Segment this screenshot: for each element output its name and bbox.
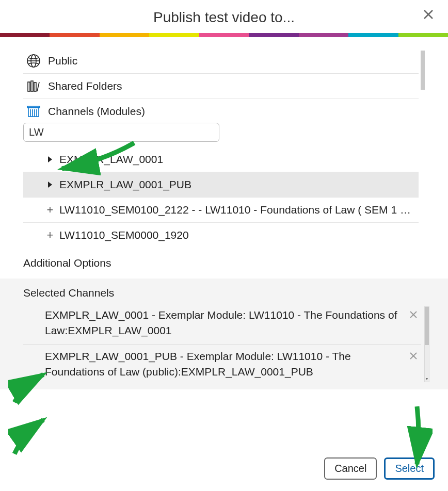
close-button[interactable] [421, 7, 436, 22]
tree-item-1[interactable]: EXMPLR_LAW_0001_PUB [23, 172, 419, 198]
folder-public[interactable]: Public [23, 48, 419, 74]
selected-item-1: EXMPLR_LAW_0001_PUB - Exemplar Module: L… [23, 345, 421, 385]
publish-modal: Publish test video to... Public Shared F… [0, 0, 448, 491]
tree-item-label: LW11010_SEM0100_2122 - - LW11010 - Found… [59, 204, 414, 216]
modal-header: Publish test video to... [0, 0, 448, 33]
folder-public-label: Public [48, 55, 77, 67]
svg-rect-7 [34, 83, 36, 91]
additional-options[interactable]: Additional Options [23, 248, 425, 275]
library-icon [25, 79, 42, 93]
globe-icon [25, 54, 42, 68]
tree-item-label: EXMPLR_LAW_0001 [59, 153, 163, 166]
close-icon [422, 8, 435, 21]
selected-item-label: EXMPLR_LAW_0001_PUB - Exemplar Module: L… [45, 349, 403, 380]
modal-title: Publish test video to... [0, 9, 448, 26]
svg-rect-6 [31, 81, 33, 91]
selected-channels-title: Selected Channels [23, 287, 429, 299]
modal-footer: Cancel Select [0, 448, 448, 491]
cancel-button[interactable]: Cancel [324, 457, 377, 480]
tree-item-3[interactable]: + LW11010_SEM0000_1920 [23, 223, 419, 248]
folder-shared[interactable]: Shared Folders [23, 74, 419, 99]
tree-item-2[interactable]: + LW11010_SEM0100_2122 - - LW11010 - Fou… [23, 198, 419, 223]
close-icon [409, 352, 418, 360]
remove-selected-button[interactable] [408, 350, 419, 362]
folder-channels[interactable]: Channels (Modules) [23, 99, 419, 122]
selected-channels-list: ▾ EXMPLR_LAW_0001 - Exemplar Module: LW1… [23, 303, 429, 385]
selected-item-label: EXMPLR_LAW_0001 - Exemplar Module: LW110… [45, 307, 403, 339]
close-icon [409, 310, 418, 319]
search-wrap [23, 122, 419, 145]
select-button[interactable]: Select [384, 457, 435, 480]
folder-channels-label: Channels (Modules) [48, 105, 145, 118]
selected-channels-section: Selected Channels ▾ EXMPLR_LAW_0001 - Ex… [0, 279, 448, 389]
scrollbar[interactable] [421, 51, 425, 90]
chevron-right-icon [46, 181, 54, 189]
tree-item-label: LW11010_SEM0000_1920 [59, 229, 189, 241]
selected-item-0: EXMPLR_LAW_0001 - Exemplar Module: LW110… [23, 303, 421, 345]
remove-selected-button[interactable] [408, 309, 419, 320]
chevron-right-icon [46, 155, 54, 163]
folder-list: Public Shared Folders Channels (Modules) [23, 48, 425, 248]
svg-line-8 [37, 82, 39, 91]
plus-icon: + [46, 206, 54, 214]
tree-item-0[interactable]: EXMPLR_LAW_0001 [23, 147, 419, 172]
selected-scrollbar[interactable]: ▾ [424, 306, 429, 382]
svg-rect-5 [28, 82, 30, 91]
svg-rect-9 [28, 107, 39, 117]
search-input[interactable] [23, 123, 219, 142]
svg-marker-15 [48, 156, 52, 162]
building-icon [25, 104, 42, 119]
channel-tree: EXMPLR_LAW_0001 EXMPLR_LAW_0001_PUB + LW… [23, 145, 419, 248]
folder-shared-label: Shared Folders [48, 80, 122, 92]
plus-icon: + [46, 231, 54, 239]
modal-content: Public Shared Folders Channels (Modules) [0, 37, 448, 448]
svg-marker-16 [48, 182, 52, 188]
tree-item-label: EXMPLR_LAW_0001_PUB [59, 178, 191, 191]
rainbow-divider [0, 33, 448, 37]
